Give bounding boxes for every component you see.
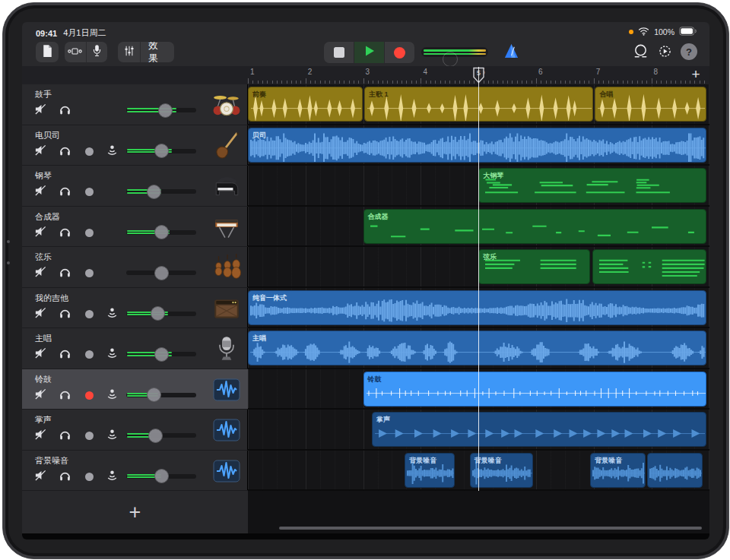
track-header-6[interactable]: 我的吉他: [22, 288, 248, 329]
my-songs-button[interactable]: [36, 42, 59, 62]
record-enable-button[interactable]: [81, 307, 97, 321]
help-button[interactable]: ?: [681, 43, 697, 60]
mute-button[interactable]: [33, 307, 48, 321]
mute-button[interactable]: [33, 144, 48, 159]
input-settings-button[interactable]: [86, 42, 108, 62]
mute-button[interactable]: [33, 103, 48, 118]
track-volume-slider[interactable]: [126, 149, 196, 153]
record-enable-button[interactable]: [81, 185, 97, 199]
volume-slider-knob[interactable]: [154, 144, 169, 158]
headphones-button[interactable]: [57, 144, 72, 159]
track-header-10[interactable]: 背景噪音: [22, 451, 248, 492]
strings-instrument-icon[interactable]: [211, 252, 242, 283]
mute-button[interactable]: [33, 266, 48, 280]
mute-button[interactable]: [33, 470, 48, 484]
record-enable-button[interactable]: [81, 470, 97, 484]
region-主唱[interactable]: 主唱: [248, 331, 706, 365]
headphones-button[interactable]: [57, 307, 72, 321]
stop-button[interactable]: [324, 42, 354, 63]
volume-slider-knob[interactable]: [154, 469, 169, 483]
amp-instrument-icon[interactable]: [211, 293, 242, 324]
volume-slider-knob[interactable]: [154, 225, 169, 239]
record-enable-button[interactable]: [81, 429, 97, 443]
headphones-button[interactable]: [57, 185, 72, 199]
headphones-button[interactable]: [57, 470, 72, 484]
volume-slider-knob[interactable]: [148, 429, 163, 443]
track-volume-slider[interactable]: [126, 393, 196, 397]
track-volume-slider[interactable]: [126, 352, 196, 356]
volume-slider-knob[interactable]: [147, 388, 161, 402]
monitor-button[interactable]: [104, 388, 119, 403]
headphones-button[interactable]: [57, 347, 72, 362]
track-header-toggle-button[interactable]: [65, 42, 86, 62]
track-header-8[interactable]: 铃鼓: [22, 369, 248, 410]
region-纯音一体式[interactable]: 纯音一体式: [248, 290, 706, 325]
volume-slider-knob[interactable]: [154, 347, 169, 362]
track-volume-slider[interactable]: [126, 230, 196, 235]
volume-slider-knob[interactable]: [151, 306, 165, 321]
settings-button[interactable]: [655, 43, 674, 62]
piano-instrument-icon[interactable]: [211, 171, 242, 201]
region-背景噪音[interactable]: 背景噪音: [590, 453, 646, 488]
monitor-button[interactable]: [104, 144, 119, 159]
monitor-button[interactable]: [104, 347, 119, 362]
master-volume-knob[interactable]: [443, 52, 458, 67]
volume-slider-knob[interactable]: [147, 185, 161, 199]
region-untitled[interactable]: [647, 453, 703, 488]
record-enable-button[interactable]: [81, 266, 97, 280]
effects-button[interactable]: 效果: [140, 42, 174, 62]
loop-browser-button[interactable]: [630, 43, 650, 62]
region-铃鼓[interactable]: 铃鼓: [363, 372, 707, 407]
smart-controls-button[interactable]: [118, 42, 140, 62]
bass-instrument-icon[interactable]: [211, 131, 242, 161]
region-大钢琴[interactable]: 大钢琴: [478, 168, 706, 203]
region-untitled[interactable]: [592, 249, 707, 284]
track-volume-slider[interactable]: [126, 271, 196, 275]
region-背景噪音[interactable]: 背景噪音: [470, 453, 533, 488]
track-volume-slider[interactable]: [126, 474, 196, 479]
region-前奏[interactable]: 前奏: [248, 87, 363, 122]
monitor-button[interactable]: [104, 307, 119, 321]
track-volume-slider[interactable]: [126, 312, 196, 316]
track-header-4[interactable]: 合成器: [22, 207, 248, 248]
add-track-button[interactable]: +: [129, 502, 141, 523]
play-button[interactable]: [354, 42, 384, 63]
track-header-5[interactable]: 弦乐: [22, 247, 248, 288]
track-volume-slider[interactable]: [126, 108, 196, 112]
volume-slider-knob[interactable]: [158, 103, 173, 118]
record-enable-button[interactable]: [81, 226, 97, 240]
record-enable-button[interactable]: [81, 347, 97, 362]
region-背景噪音[interactable]: 背景噪音: [405, 453, 455, 488]
headphones-button[interactable]: [57, 266, 72, 280]
track-header-1[interactable]: 鼓手: [22, 84, 248, 125]
synth-instrument-icon[interactable]: [211, 212, 242, 242]
mute-button[interactable]: [33, 226, 48, 240]
drums-instrument-icon[interactable]: [211, 90, 242, 120]
record-enable-button[interactable]: [81, 144, 97, 159]
record-enable-button[interactable]: [81, 388, 97, 403]
timeline-ruler[interactable]: + 123456785: [22, 66, 709, 85]
track-header-2[interactable]: 电贝司: [22, 125, 248, 166]
monitor-button[interactable]: [104, 429, 119, 443]
monitor-button[interactable]: [104, 470, 119, 484]
track-header-3[interactable]: 钢琴: [22, 166, 248, 207]
playhead-line[interactable]: [478, 67, 480, 491]
horizontal-scrollbar[interactable]: [279, 527, 702, 530]
record-button[interactable]: [384, 42, 414, 63]
track-volume-slider[interactable]: [126, 189, 196, 194]
mute-button[interactable]: [33, 347, 48, 362]
region-掌声[interactable]: 掌声: [372, 412, 706, 447]
mute-button[interactable]: [33, 429, 48, 443]
headphones-button[interactable]: [57, 388, 72, 403]
region-弦乐[interactable]: 弦乐: [478, 249, 590, 284]
region-合唱[interactable]: 合唱: [595, 87, 706, 122]
headphones-button[interactable]: [57, 226, 72, 240]
mute-button[interactable]: [33, 388, 48, 403]
mute-button[interactable]: [33, 185, 48, 199]
headphones-button[interactable]: [57, 429, 72, 443]
waveform-instrument-icon[interactable]: [211, 375, 242, 405]
metronome-button[interactable]: [501, 43, 521, 62]
track-volume-slider[interactable]: [126, 433, 196, 438]
track-header-9[interactable]: 掌声: [22, 410, 248, 451]
waveform-instrument-icon[interactable]: [211, 456, 242, 486]
